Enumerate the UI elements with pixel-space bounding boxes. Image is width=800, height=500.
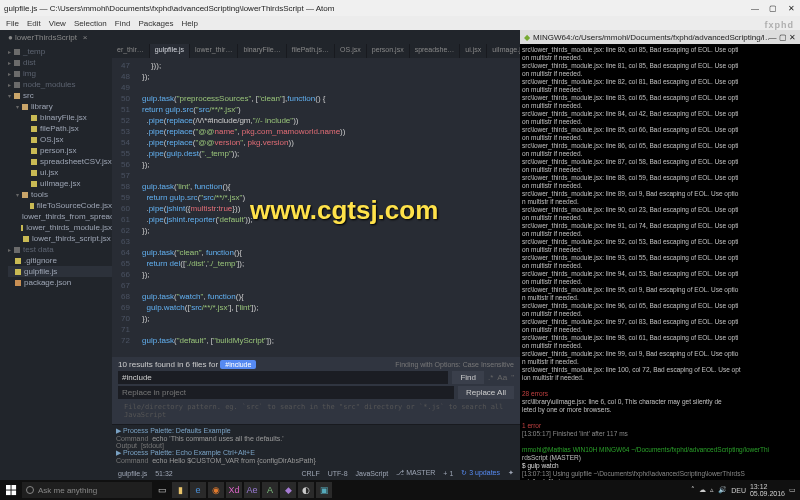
- find-options-text: Finding with Options: Case Insensitive: [395, 361, 514, 368]
- tree--gitignore[interactable]: .gitignore: [8, 255, 112, 266]
- file-tab-8[interactable]: ui.jsx: [460, 44, 487, 58]
- tray-network-icon[interactable]: ▵: [710, 486, 714, 494]
- taskbar-app-git[interactable]: ◆: [280, 482, 296, 498]
- menu-packages[interactable]: Packages: [138, 19, 173, 28]
- file-tree[interactable]: _tempdistimgnode_modulessrclibrarybinary…: [0, 44, 112, 480]
- tree-_temp[interactable]: _temp: [8, 46, 112, 57]
- menu-view[interactable]: View: [49, 19, 66, 28]
- file-tabs: er_thir…gulpfile.jslower_thir…binaryFile…: [112, 44, 520, 58]
- file-tab-2[interactable]: lower_thir…: [190, 44, 238, 58]
- status-encoding[interactable]: UTF-8: [328, 470, 348, 477]
- find-results-text: 10 results found in 6 files for #include: [118, 360, 256, 369]
- tree-src[interactable]: src: [8, 90, 112, 101]
- taskbar-app-xd[interactable]: Xd: [226, 482, 242, 498]
- tree-uiImage-jsx[interactable]: uiImage.jsx: [24, 178, 112, 189]
- file-tab-5[interactable]: OS.jsx: [335, 44, 367, 58]
- find-button[interactable]: Find: [452, 371, 484, 384]
- tree-fileToSourceCode-jsx[interactable]: fileToSourceCode.jsx: [24, 200, 112, 211]
- task-view-icon[interactable]: ▭: [154, 482, 170, 498]
- tree-lower_thirds_script-jsx[interactable]: lower_thirds_script.jsx: [16, 233, 112, 244]
- tray-volume-icon[interactable]: 🔊: [718, 486, 727, 494]
- status-bar: gulpfile.js 51:32 CRLF UTF-8 JavaScript …: [112, 466, 520, 480]
- taskbar-app-explorer[interactable]: ▮: [172, 482, 188, 498]
- tree-OS-jsx[interactable]: OS.jsx: [24, 134, 112, 145]
- search-placeholder: Ask me anything: [38, 486, 97, 495]
- palette-item-echo[interactable]: ▶ Process Palette: Echo Example Ctrl+Alt…: [116, 449, 516, 457]
- find-opt-word-icon[interactable]: ": [511, 373, 514, 382]
- tree-filePath-jsx[interactable]: filePath.jsx: [24, 123, 112, 134]
- term-close-button[interactable]: ✕: [789, 33, 796, 42]
- cortana-search[interactable]: Ask me anything: [22, 482, 152, 498]
- tree-tools[interactable]: tools: [16, 189, 112, 200]
- palette-item-defaults[interactable]: ▶ Process Palette: Defaults Example: [116, 427, 516, 435]
- terminal-output[interactable]: src\lower_thirds_module.jsx: line 80, co…: [520, 44, 800, 480]
- cortana-icon: [26, 486, 34, 494]
- status-lineending[interactable]: CRLF: [301, 470, 319, 477]
- replace-input[interactable]: [118, 386, 454, 399]
- file-tab-3[interactable]: binaryFile…: [238, 44, 286, 58]
- menubar: FileEditViewSelectionFindPackagesHelp: [0, 16, 800, 30]
- tree-spreadsheetCSV-jsx[interactable]: spreadsheetCSV.jsx: [24, 156, 112, 167]
- atom-titlebar: gulpfile.js — C:\Users\mmohl\Documents\f…: [0, 0, 800, 16]
- tray-lang[interactable]: DEU: [731, 487, 746, 494]
- tree-lower_thirds_module-jsx[interactable]: lower_thirds_module.jsx: [16, 222, 112, 233]
- file-tab-7[interactable]: spreadshe…: [410, 44, 461, 58]
- term-max-button[interactable]: ▢: [779, 33, 787, 42]
- taskbar-app-ae[interactable]: Ae: [244, 482, 260, 498]
- svg-rect-3: [11, 490, 16, 495]
- taskbar-app-firefox[interactable]: ◉: [208, 482, 224, 498]
- tray-chevron-icon[interactable]: ˄: [691, 486, 695, 494]
- close-tab-icon[interactable]: ×: [83, 33, 88, 42]
- find-opt-case-icon[interactable]: Aa: [497, 373, 507, 382]
- tree-lower_thirds_from_spreadshe-[interactable]: lower_thirds_from_spreadshe…: [16, 211, 112, 222]
- find-input[interactable]: [118, 371, 448, 384]
- tray-notifications-icon[interactable]: ▭: [789, 486, 796, 494]
- menu-find[interactable]: Find: [115, 19, 131, 28]
- menu-edit[interactable]: Edit: [27, 19, 41, 28]
- file-tab-0[interactable]: er_thir…: [112, 44, 150, 58]
- menu-selection[interactable]: Selection: [74, 19, 107, 28]
- tree-gulpfile-js[interactable]: gulpfile.js: [8, 266, 112, 277]
- maximize-button[interactable]: ▢: [768, 4, 778, 13]
- taskbar-app-misc[interactable]: ▣: [316, 482, 332, 498]
- tree-person-jsx[interactable]: person.jsx: [24, 145, 112, 156]
- project-tab[interactable]: ● lowerThirdsScript: [4, 33, 81, 42]
- tree-ui-jsx[interactable]: ui.jsx: [24, 167, 112, 178]
- terminal-title: MINGW64:/c/Users/mmohl/Documents/fxphd/a…: [533, 33, 769, 42]
- taskbar-app-edge[interactable]: e: [190, 482, 206, 498]
- status-updates[interactable]: ↻ 3 updates: [461, 469, 500, 477]
- file-tab-4[interactable]: filePath.js…: [287, 44, 335, 58]
- window-controls: — ▢ ✕: [750, 4, 796, 13]
- file-tab-1[interactable]: gulpfile.js: [150, 44, 190, 58]
- menu-help[interactable]: Help: [182, 19, 198, 28]
- taskbar-app-atom[interactable]: A: [262, 482, 278, 498]
- find-opt-regex-icon[interactable]: .*: [488, 373, 493, 382]
- mingw-icon: ◆: [524, 33, 530, 42]
- system-tray: ˄ ☁ ▵ 🔊 DEU 13:1205.09.2016 ▭: [691, 483, 798, 497]
- start-button[interactable]: [2, 481, 20, 499]
- status-file: gulpfile.js: [118, 470, 147, 477]
- menu-file[interactable]: File: [6, 19, 19, 28]
- replace-all-button[interactable]: Replace All: [458, 386, 514, 399]
- tray-onedrive-icon[interactable]: ☁: [699, 486, 706, 494]
- tree-binaryFile-jsx[interactable]: binaryFile.jsx: [24, 112, 112, 123]
- tray-clock[interactable]: 13:1205.09.2016: [750, 483, 785, 497]
- tree-img[interactable]: img: [8, 68, 112, 79]
- find-path-hint: File/directory pattern. eg. `src` to sea…: [118, 401, 514, 421]
- term-min-button[interactable]: —: [769, 33, 777, 42]
- status-language[interactable]: JavaScript: [356, 470, 389, 477]
- file-tab-9[interactable]: uiImage.jsx: [487, 44, 520, 58]
- tree-library[interactable]: library: [16, 101, 112, 112]
- tree-dist[interactable]: dist: [8, 57, 112, 68]
- minimize-button[interactable]: —: [750, 4, 760, 13]
- close-button[interactable]: ✕: [786, 4, 796, 13]
- status-branch[interactable]: ⎇ MASTER: [396, 469, 435, 477]
- tree-package-json[interactable]: package.json: [8, 277, 112, 288]
- taskbar-app-github[interactable]: ◐: [298, 482, 314, 498]
- tree-node_modules[interactable]: node_modules: [8, 79, 112, 90]
- file-tab-6[interactable]: person.jsx: [367, 44, 410, 58]
- process-palette-panel: ▶ Process Palette: Defaults Example Comm…: [112, 424, 520, 466]
- settings-icon[interactable]: ✦: [508, 469, 514, 477]
- tree-test-data[interactable]: test data: [8, 244, 112, 255]
- corner-watermark: fxphd: [765, 20, 795, 30]
